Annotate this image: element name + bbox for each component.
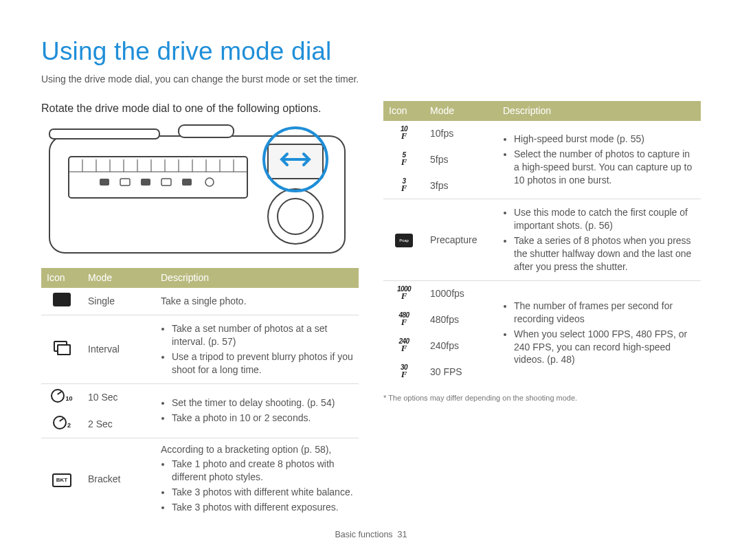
mode-10fps: 10fps	[425, 121, 497, 147]
mode-240fps: 240fps	[425, 333, 497, 359]
desc-precapture: Use this mode to catch the first couple …	[497, 199, 701, 280]
hs-b1: High-speed burst mode (p. 55)	[514, 133, 695, 146]
th-desc: Description	[155, 268, 359, 288]
svg-point-24	[278, 199, 313, 234]
mode-480fps: 480fps	[425, 307, 497, 333]
camera-illustration	[41, 124, 359, 261]
bracket-b2: Take 3 photos with different white balan…	[172, 486, 353, 499]
timer10-icon: 10	[51, 389, 72, 403]
mode-precapture: Precapture	[425, 199, 497, 280]
th-icon-r: Icon	[383, 101, 425, 121]
th-desc-r: Description	[497, 101, 701, 121]
right-mode-table: Icon Mode Description 10F 10fps High-spe…	[383, 101, 701, 385]
row-bracket: BKT Bracket According to a bracketing op…	[41, 438, 359, 521]
interval-b1: Take a set number of photos at a set int…	[172, 322, 353, 348]
right-column: Icon Mode Description 10F 10fps High-spe…	[383, 101, 701, 521]
instruction-text: Rotate the drive mode dial to one of the…	[41, 101, 359, 116]
footer-section: Basic functions	[335, 530, 393, 539]
mode-10sec: 10 Sec	[82, 383, 155, 410]
fps5-icon: 5F	[401, 152, 407, 166]
svg-rect-19	[141, 179, 150, 186]
desc-timer: Set the timer to delay shooting. (p. 54)…	[155, 383, 359, 438]
bracket-icon: BKT	[52, 473, 71, 487]
timer2-icon: 2	[53, 416, 71, 429]
desc-highspeed: High-speed burst mode (p. 55) Select the…	[497, 121, 701, 199]
mode-30fps: 30 FPS	[425, 359, 497, 385]
bracket-b1: Take 1 photo and create 8 photos with di…	[172, 458, 353, 484]
hs-b2: Select the number of photos to capture i…	[514, 148, 695, 187]
mode-single: Single	[82, 288, 155, 315]
fps30-icon: 30F	[401, 364, 407, 379]
th-mode: Mode	[82, 268, 155, 288]
desc-single: Take a single photo.	[155, 288, 359, 315]
mode-bracket: Bracket	[82, 438, 155, 521]
mode-2sec: 2 Sec	[82, 411, 155, 438]
timer-b2: Take a photo in 10 or 2 seconds.	[172, 412, 353, 425]
row-10fps: 10F 10fps High-speed burst mode (p. 55) …	[383, 121, 701, 147]
fps480-icon: 480F	[398, 312, 409, 326]
timer-b1: Set the timer to delay shooting. (p. 54)	[172, 396, 353, 410]
fps-b1: The number of frames per second for reco…	[514, 300, 695, 326]
desc-bracket: According to a bracketing option (p. 58)…	[155, 438, 359, 521]
svg-rect-21	[182, 179, 192, 186]
fps240-icon: 240F	[398, 338, 409, 352]
bracket-intro: According to a bracketing option (p. 58)…	[161, 443, 353, 456]
pre-b2: Take a series of 8 photos when you press…	[514, 234, 695, 273]
fps-b2: When you select 1000 FPS, 480 FPS, or 24…	[514, 328, 695, 367]
row-precapture: Pcap Precapture Use this mode to catch t…	[383, 199, 701, 280]
left-column: Rotate the drive mode dial to one of the…	[41, 101, 359, 521]
page-footer: Basic functions 31	[0, 529, 742, 541]
mode-1000fps: 1000fps	[425, 280, 497, 306]
row-single: Single Take a single photo.	[41, 288, 359, 315]
precapture-icon: Pcap	[395, 234, 413, 247]
svg-rect-2	[179, 125, 234, 137]
fps1000-icon: 1000F	[397, 286, 411, 300]
fps3-icon: 3F	[401, 178, 407, 192]
page-subtitle: Using the drive mode dial, you can chang…	[41, 73, 701, 86]
th-icon: Icon	[41, 268, 82, 288]
svg-rect-25	[268, 144, 323, 179]
interval-icon	[54, 341, 70, 355]
page-title: Using the drive mode dial	[41, 34, 701, 69]
svg-rect-1	[49, 129, 159, 139]
row-interval: Interval Take a set number of photos at …	[41, 315, 359, 384]
single-icon	[53, 293, 71, 306]
mode-interval: Interval	[82, 315, 155, 384]
footer-page: 31	[398, 530, 407, 539]
row-1000fps: 1000F 1000fps The number of frames per s…	[383, 280, 701, 306]
mode-5fps: 5fps	[425, 147, 497, 173]
footnote: * The options may differ depending on th…	[383, 393, 701, 403]
interval-b2: Use a tripod to prevent blurry photos if…	[172, 350, 353, 377]
mode-3fps: 3fps	[425, 173, 497, 199]
th-mode-r: Mode	[425, 101, 497, 121]
svg-rect-17	[100, 179, 109, 186]
svg-rect-3	[69, 157, 247, 198]
desc-videofps: The number of frames per second for reco…	[497, 280, 701, 385]
bracket-b3: Take 3 photos with different exposures.	[172, 501, 353, 514]
pre-b1: Use this mode to catch the first couple …	[514, 206, 695, 232]
left-mode-table: Icon Mode Description Single Take a sing…	[41, 268, 359, 521]
row-10sec: 10 10 Sec Set the timer to delay shootin…	[41, 383, 359, 410]
fps10-icon: 10F	[401, 126, 407, 140]
desc-interval: Take a set number of photos at a set int…	[155, 315, 359, 384]
